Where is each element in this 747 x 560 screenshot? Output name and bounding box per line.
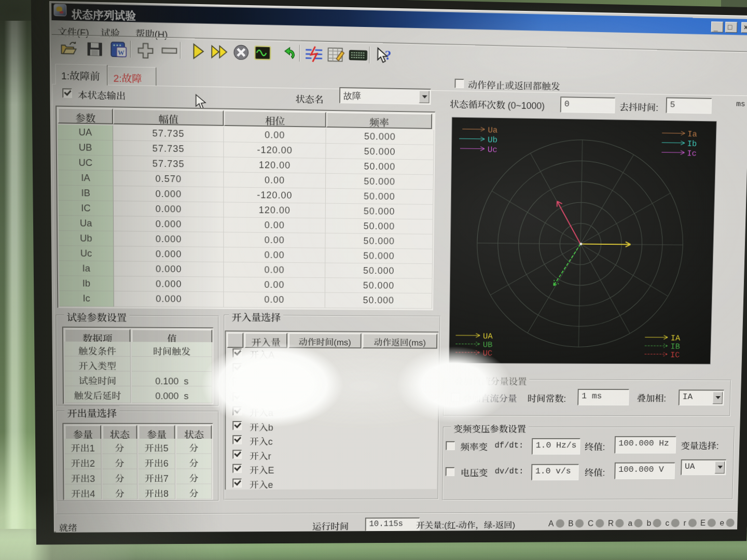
svg-text:W: W — [118, 49, 125, 57]
svg-text:Uc: Uc — [488, 145, 497, 155]
svg-text:UC: UC — [482, 348, 492, 358]
svg-text:UA: UA — [483, 332, 493, 341]
svg-text:Ia: Ia — [687, 130, 697, 139]
svg-text:?: ? — [385, 48, 392, 63]
svg-text:Ub: Ub — [488, 135, 497, 145]
svg-text:Ib: Ib — [687, 139, 697, 148]
svg-text:IB: IB — [670, 342, 680, 352]
svg-text:UB: UB — [483, 340, 493, 349]
svg-text:IA: IA — [671, 333, 681, 343]
svg-text:Ic: Ic — [687, 149, 697, 158]
svg-text:IC: IC — [670, 351, 680, 360]
svg-text:Ua: Ua — [488, 125, 497, 135]
